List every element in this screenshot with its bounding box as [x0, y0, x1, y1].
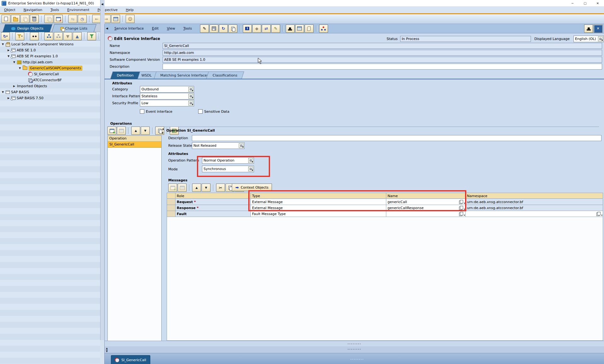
menu-navigation[interactable]: Navigation [20, 8, 46, 12]
table-view-button[interactable] [295, 25, 304, 33]
history-button[interactable]: ◷ [78, 15, 87, 23]
operation-description-field[interactable] [192, 135, 601, 141]
tab-definition[interactable]: Definition [110, 71, 140, 79]
tree-item-aeb-se-pi[interactable]: ▼ AEB SE PI examples 1.0 [7, 53, 58, 59]
mass-actions-button[interactable] [44, 15, 53, 23]
tab-change-lists[interactable]: Change Lists [52, 24, 96, 32]
copy-object-button[interactable] [20, 15, 29, 23]
expander-open-icon[interactable]: ▼ [1, 43, 4, 46]
expander-closed-icon[interactable]: ▶ [13, 85, 16, 88]
maximize-button[interactable]: ▢ [579, 0, 591, 6]
tree-item-imported-objects[interactable]: ▶ Imported Objects [13, 83, 47, 89]
find-button[interactable] [30, 32, 39, 40]
row-selector[interactable] [167, 205, 175, 211]
event-interface-checkbox[interactable] [140, 109, 144, 114]
tree-item-sap-basis[interactable]: ▼ SAP BASIS [1, 89, 29, 95]
user-roles-button[interactable]: ☺ [126, 15, 135, 23]
expand-operations-icon[interactable]: ▶ [162, 132, 164, 134]
tree-item-folder-selected[interactable]: ▼ GenericCallSOAPComponents [18, 65, 82, 71]
delete-operation-button[interactable] [117, 127, 126, 135]
dependencies-button[interactable] [319, 25, 328, 33]
sensitive-data-checkbox[interactable] [198, 109, 203, 114]
menu-help[interactable]: Help [122, 8, 138, 12]
delete-message-button[interactable] [178, 184, 187, 192]
delete-object-button[interactable] [30, 15, 39, 23]
add-operation-button[interactable] [107, 127, 116, 135]
collapse-operations-icon[interactable]: ◀ [162, 128, 164, 130]
where-used-button[interactable] [286, 25, 295, 33]
dropdown-icon[interactable]: ▤ [598, 37, 603, 41]
open-object-button[interactable] [11, 15, 20, 23]
tree-item-sap-basis-750[interactable]: ▶ SAP BASIS 7.50 [7, 95, 43, 101]
move-up-hierarchy-button[interactable] [54, 32, 63, 40]
scroll-up-icon[interactable]: ▲ [106, 347, 108, 350]
splitter-grip-dots[interactable]: ........ [350, 357, 364, 360]
dropdown-arrow-icon[interactable]: ▾ [464, 212, 465, 217]
menu-perspective[interactable]: Perspective [94, 8, 122, 12]
expander-closed-icon[interactable]: ▶ [7, 97, 10, 100]
filter-button[interactable]: ▾ [15, 32, 24, 40]
splitter-grip-dots[interactable]: ........ [348, 342, 361, 345]
type-cell[interactable]: Fault Message Type [251, 211, 386, 217]
security-profile-select[interactable]: Low▤ [140, 100, 194, 106]
services-for-object-button[interactable] [584, 25, 593, 33]
expander-closed-icon[interactable]: ▶ [7, 49, 10, 52]
cut-button[interactable]: ✂ [216, 184, 225, 192]
row-selector[interactable] [167, 199, 175, 205]
dropdown-arrow-icon[interactable]: ▾ [601, 212, 602, 217]
horizontal-splitter[interactable]: ▲ ▼ ........ [105, 346, 604, 353]
object-info-button[interactable]: i [243, 25, 252, 33]
tab-design-objects[interactable]: Design Objects [3, 24, 52, 32]
collapse-all-button[interactable]: ▼ [63, 32, 72, 40]
dropdown-icon[interactable]: ▤ [188, 94, 193, 99]
display-filter-button[interactable] [87, 32, 96, 40]
copy-button[interactable] [228, 25, 237, 33]
tab-classifications[interactable]: Classifications [206, 71, 244, 79]
expander-open-icon[interactable]: ▼ [13, 61, 16, 64]
move-operation-down-button[interactable]: ▼ [141, 127, 150, 135]
expander-open-icon[interactable]: ▼ [1, 91, 4, 94]
move-message-down-button[interactable]: ▼ [202, 184, 210, 192]
category-select[interactable]: Outbound▤ [140, 86, 194, 93]
expander-open-icon[interactable]: ▼ [7, 55, 10, 58]
dropdown-icon[interactable]: ▤ [188, 87, 193, 92]
tree-item-si-genericcall[interactable]: SI_GenericCall [28, 71, 59, 77]
detail-view-button[interactable] [111, 15, 120, 23]
namespace-column-header[interactable]: Namespace [466, 193, 603, 199]
collapse-editor-icon[interactable]: ◀ [106, 27, 108, 30]
splitter-grip-dots[interactable]: ........ [348, 347, 361, 350]
tab-matching-service-interfaces[interactable]: Matching Service Interfaces [154, 71, 215, 79]
menu-editor-tools[interactable]: Tools [183, 26, 192, 31]
workflow-button[interactable]: ⇆ [68, 15, 77, 23]
copy-value-icon[interactable] [596, 213, 600, 216]
move-down-hierarchy-button[interactable] [44, 32, 53, 40]
tree-item-local-swcv[interactable]: ▼ Local Software Component Versions [1, 41, 74, 47]
row-selector[interactable] [167, 211, 175, 217]
interface-pattern-select[interactable]: Stateless▤ [140, 93, 194, 100]
expand-all-button[interactable]: ▲ [73, 32, 82, 40]
description-field[interactable] [163, 64, 602, 70]
release-state-select[interactable]: Not Released▤ [192, 142, 244, 149]
namespace-cell[interactable]: ▾ [466, 211, 603, 217]
scroll-down-icon[interactable]: ▼ [106, 350, 108, 353]
close-editor-button[interactable]: ✕ [594, 25, 602, 33]
tree-item-aeb-se[interactable]: ▶ AEB SE 1.0 [7, 47, 36, 53]
role-column-header[interactable]: Role [175, 193, 251, 199]
navigate-back-button[interactable]: ← [92, 15, 101, 23]
operation-row-selected[interactable]: SI_GenericCall [108, 142, 161, 148]
menu-tools[interactable]: Tools [46, 8, 63, 12]
menu-environment[interactable]: Environment [63, 8, 93, 12]
tree-item-atcconnectorbf[interactable]: ATCConnectorBF [28, 77, 62, 83]
menu-edit[interactable]: Edit [152, 26, 158, 31]
save-button[interactable] [210, 25, 218, 33]
refresh-button[interactable]: ↻ [219, 25, 228, 33]
close-display-button[interactable] [54, 15, 63, 23]
horizontal-scrollbar[interactable]: ........ [105, 341, 604, 347]
copy-value-icon[interactable] [459, 213, 462, 216]
toggle-display-edit-button[interactable]: ✎ [200, 25, 209, 33]
new-object-button[interactable] [2, 15, 10, 23]
displayed-language-select[interactable]: English (OL) ▤ [573, 36, 604, 42]
name-cell[interactable]: ▾ [386, 211, 466, 217]
bottom-tab-si-genericcall[interactable]: SI_GenericCall [111, 355, 150, 364]
refresh-tree-button[interactable]: ↻▾ [1, 32, 10, 40]
